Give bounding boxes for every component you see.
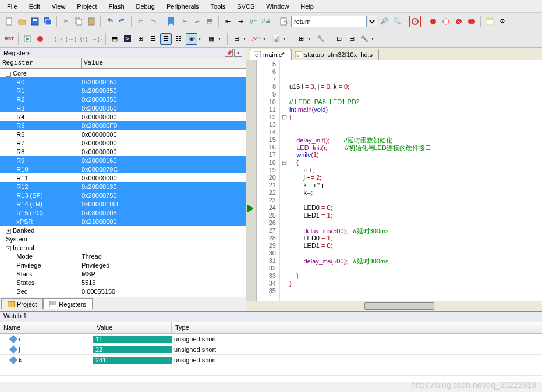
analysis-icon[interactable] xyxy=(250,33,262,45)
search-dropdown[interactable] xyxy=(368,16,377,27)
menu-view[interactable]: View xyxy=(47,2,70,11)
update-windows-icon[interactable]: ⊡ xyxy=(333,33,345,45)
undo-icon[interactable] xyxy=(104,16,115,27)
toolbox-icon[interactable]: 🔧 xyxy=(315,33,327,45)
register-row[interactable]: R13 (SP)0x20000750 xyxy=(0,191,246,199)
register-row[interactable]: ModeThread xyxy=(0,252,246,261)
find-icon[interactable]: 🔎 xyxy=(378,16,390,27)
cut-icon[interactable]: ✂ xyxy=(60,16,72,27)
serial-icon[interactable]: ⊟ xyxy=(231,33,242,45)
register-row[interactable]: System xyxy=(0,234,246,243)
paste-icon[interactable] xyxy=(86,16,97,27)
uncomment-icon[interactable]: //≢ xyxy=(260,16,272,27)
command-window-icon[interactable]: > xyxy=(122,33,133,45)
bookmark-icon[interactable] xyxy=(165,16,177,27)
redo-icon[interactable] xyxy=(116,16,128,27)
run-icon[interactable] xyxy=(22,33,33,45)
register-row[interactable]: R100x0800079C xyxy=(0,165,246,173)
incremental-find-icon[interactable]: 🔍 xyxy=(391,16,403,27)
save-all-icon[interactable] xyxy=(42,16,54,27)
register-row[interactable]: R15 (PC)0x08000708 xyxy=(0,208,246,217)
step-out-icon[interactable]: {↑} xyxy=(78,33,90,45)
menu-project[interactable]: Project xyxy=(72,2,101,11)
symbols-icon[interactable]: ☰ xyxy=(147,33,159,45)
register-row[interactable]: States5515 xyxy=(0,278,246,287)
tab-main-c[interactable]: c main.c* xyxy=(250,49,291,60)
tab-startup-s[interactable]: s startup_stm32f10x_hd.s xyxy=(291,49,379,60)
watch-row[interactable]: k241unsigned short xyxy=(0,355,542,365)
window-icon[interactable] xyxy=(484,16,495,27)
register-row[interactable]: R120x20000130 xyxy=(0,182,246,191)
open-icon[interactable] xyxy=(16,16,28,27)
menu-tools[interactable]: Tools xyxy=(206,2,231,11)
panel-close-icon[interactable]: × xyxy=(234,49,242,57)
register-row[interactable]: R70x00000000 xyxy=(0,138,246,147)
register-row[interactable]: PrivilegePrivileged xyxy=(0,261,246,269)
fold-gutter[interactable]: ⊟⊟ xyxy=(280,60,289,301)
comment-icon[interactable]: //≡ xyxy=(247,16,259,27)
menu-help[interactable]: Help xyxy=(296,2,318,11)
indent-left-icon[interactable]: ⇤ xyxy=(222,16,233,27)
menu-debug[interactable]: Debug xyxy=(132,2,160,11)
register-row[interactable]: R110x00000000 xyxy=(0,173,246,182)
menu-edit[interactable]: Edit xyxy=(24,2,45,11)
find-in-files-icon[interactable] xyxy=(278,16,290,27)
register-row[interactable]: +Banked xyxy=(0,226,246,234)
menu-peripherals[interactable]: Peripherals xyxy=(162,2,204,11)
register-row[interactable]: R10x20000350 xyxy=(0,86,246,95)
menu-file[interactable]: File xyxy=(2,2,22,11)
register-row[interactable]: R80x00000000 xyxy=(0,147,246,156)
trace-icon[interactable]: 📊 xyxy=(270,33,282,45)
watch-row[interactable]: j22unsigned short xyxy=(0,344,542,355)
panel-pin-icon[interactable]: 📌 xyxy=(225,49,233,57)
show-next-icon[interactable]: ⬒ xyxy=(109,33,121,45)
register-row[interactable]: R40x00000000 xyxy=(0,112,246,121)
tab-project[interactable]: Project xyxy=(1,298,43,309)
callstack-icon[interactable]: ☷ xyxy=(173,33,185,45)
config-icon[interactable]: ⚙ xyxy=(497,16,508,27)
nav-fwd-icon[interactable]: ⇒ xyxy=(147,16,159,27)
register-row[interactable]: R14 (LR)0x080001BB xyxy=(0,199,246,208)
stop-icon[interactable] xyxy=(34,33,46,45)
step-in-icon[interactable]: {↓} xyxy=(52,33,64,45)
memory-window-icon[interactable]: ▦ xyxy=(206,33,217,45)
nav-back-icon[interactable]: ⇐ xyxy=(134,16,146,27)
code-editor[interactable]: 5678910111213141516171819202122232425262… xyxy=(246,60,542,301)
registers-tree[interactable]: -Core R00x20000150 R10x20000350 R20x2000… xyxy=(0,69,246,297)
menu-flash[interactable]: Flash xyxy=(104,2,129,11)
bp-killall-icon[interactable] xyxy=(453,16,465,27)
indent-right-icon[interactable]: ⇥ xyxy=(235,16,246,27)
horizontal-scrollbar[interactable] xyxy=(246,301,542,311)
bp-insert-icon[interactable] xyxy=(427,16,439,27)
reset-icon[interactable]: RST xyxy=(3,33,15,45)
tools-icon[interactable]: 🔨 xyxy=(359,33,370,45)
code-area[interactable]: u16 i = 0, j = 0, k = 0;// LED0 PA8 LED1… xyxy=(289,60,542,301)
step-over-icon[interactable]: {→} xyxy=(65,33,77,45)
scrollbar-thumb[interactable] xyxy=(364,302,434,310)
register-row[interactable]: R00x20000150 xyxy=(0,77,246,86)
register-row[interactable]: xPSR0x21000000 xyxy=(0,217,246,226)
bookmark-next-icon[interactable]: ⬐ xyxy=(191,16,203,27)
breakpoint-gutter[interactable] xyxy=(246,60,257,301)
watch-window-icon[interactable]: 👁 xyxy=(186,33,197,45)
register-row[interactable]: -Internal xyxy=(0,243,246,252)
copy-icon[interactable] xyxy=(73,16,84,27)
register-row[interactable]: R50x200000F0 xyxy=(0,121,246,130)
debug-icon[interactable] xyxy=(409,16,421,27)
periodic-update-icon[interactable]: ⊟ xyxy=(346,33,357,45)
watch-enter-expression[interactable] xyxy=(0,365,542,376)
bp-disable-icon[interactable] xyxy=(440,16,452,27)
bookmark-prev-icon[interactable]: ⬑ xyxy=(178,16,190,27)
register-row[interactable]: StackMSP xyxy=(0,269,246,278)
new-icon[interactable] xyxy=(3,16,15,27)
save-icon[interactable] xyxy=(29,16,41,27)
menu-window[interactable]: Window xyxy=(261,2,293,11)
registers-window-icon[interactable]: ☰ xyxy=(160,33,172,45)
register-row[interactable]: R90x20000160 xyxy=(0,156,246,165)
run-to-cursor-icon[interactable]: →{} xyxy=(91,33,102,45)
register-row[interactable]: R30x20000350 xyxy=(0,104,246,112)
register-row[interactable]: R60x00000000 xyxy=(0,130,246,138)
register-row[interactable]: R20x20000350 xyxy=(0,95,246,104)
bookmark-clear-icon[interactable]: ⬒ xyxy=(204,16,215,27)
register-row[interactable]: Sec0.00055150 xyxy=(0,287,246,295)
